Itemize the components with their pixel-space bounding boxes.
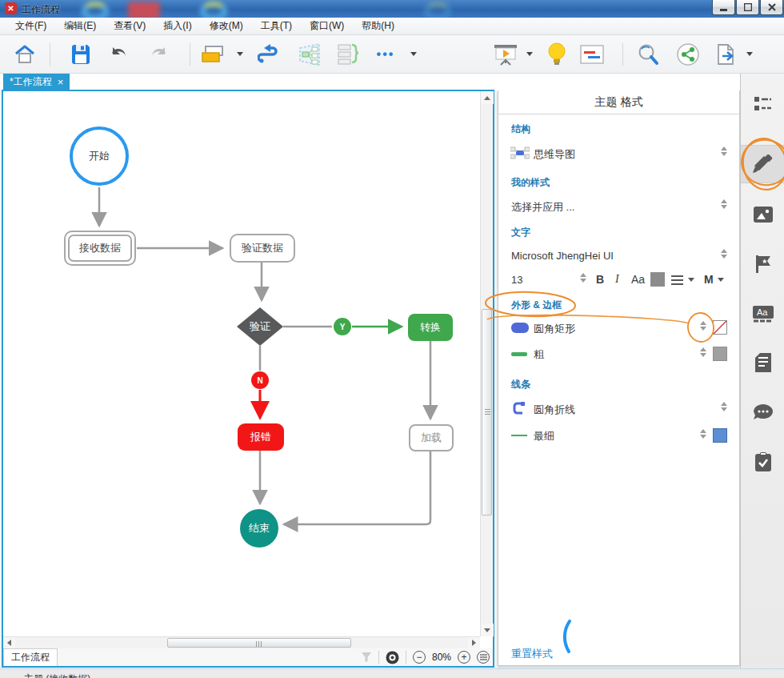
- edge-label-text: N: [257, 376, 262, 385]
- italic-button[interactable]: I: [615, 273, 619, 286]
- vertical-scrollbar[interactable]: [480, 91, 493, 636]
- presentation-icon[interactable]: [493, 42, 518, 67]
- flow-node-error[interactable]: 报错: [238, 423, 284, 451]
- my-styles-value[interactable]: 选择并应用 ...: [511, 200, 574, 215]
- filter-icon[interactable]: [361, 652, 372, 663]
- tab-workflow[interactable]: *工作流程 ×: [3, 74, 70, 90]
- sidebar-image-button[interactable]: [741, 195, 784, 234]
- menu-edit[interactable]: 编辑(E): [55, 17, 105, 35]
- flow-node-start[interactable]: 开始: [70, 126, 129, 186]
- home-icon[interactable]: [12, 42, 38, 67]
- line-type-value[interactable]: 圆角折线: [534, 403, 575, 417]
- note-card-icon[interactable]: [579, 42, 605, 67]
- lightbulb-icon[interactable]: [544, 42, 570, 67]
- topic-shape-icon[interactable]: [201, 42, 226, 67]
- sheet-tab-workflow[interactable]: 工作流程: [3, 648, 58, 666]
- no-fill-swatch[interactable]: [713, 320, 727, 335]
- export-caret[interactable]: [746, 52, 753, 56]
- svg-text:Aa: Aa: [757, 307, 768, 317]
- structure-spinner[interactable]: [719, 145, 728, 158]
- sidebar-task-button[interactable]: [741, 443, 784, 481]
- line-type-spinner[interactable]: [719, 400, 728, 413]
- flow-node-end[interactable]: 结束: [240, 509, 278, 548]
- menu-help[interactable]: 帮助(H): [353, 17, 403, 35]
- menu-file[interactable]: 文件(F): [6, 17, 55, 35]
- diagram-canvas[interactable]: 开始 接收数据 验证数据 验证 转换 报错 加载 结束 Y N 工作: [2, 90, 494, 668]
- menu-insert[interactable]: 插入(I): [154, 17, 200, 35]
- structure-value[interactable]: 思维导图: [534, 147, 575, 162]
- shape-value[interactable]: 圆角矩形: [534, 322, 575, 336]
- export-icon[interactable]: [714, 42, 739, 67]
- font-size-spinner[interactable]: [578, 271, 587, 284]
- edge-label-no[interactable]: N: [251, 371, 269, 389]
- canvas-menu-button[interactable]: [477, 651, 490, 664]
- node-label: 接收数据: [79, 241, 121, 255]
- sidebar-notes-button[interactable]: [741, 343, 784, 382]
- undo-icon[interactable]: [106, 42, 131, 67]
- share-icon[interactable]: [675, 42, 701, 67]
- shape-spinner[interactable]: [698, 319, 707, 332]
- tab-close-icon[interactable]: ×: [58, 76, 64, 88]
- numbering-button[interactable]: M: [704, 273, 714, 286]
- redo-icon[interactable]: [146, 42, 172, 67]
- menu-modify[interactable]: 修改(M): [201, 17, 252, 35]
- menu-tools[interactable]: 工具(T): [252, 17, 301, 35]
- zoom-in-button[interactable]: +: [458, 651, 470, 664]
- menu-window[interactable]: 窗口(W): [301, 17, 353, 35]
- toolbar-separator: [50, 43, 50, 66]
- line-width-spinner[interactable]: [698, 427, 707, 440]
- scroll-up-icon[interactable]: [481, 91, 494, 104]
- font-case-button[interactable]: Aa: [631, 273, 645, 286]
- boundary-icon[interactable]: [297, 42, 322, 67]
- scroll-right-icon[interactable]: [468, 637, 480, 648]
- canvas-bottom-bar: 工作流程 − 80% +: [3, 648, 493, 666]
- close-button[interactable]: [760, 0, 783, 15]
- zoom-search-icon[interactable]: [635, 42, 661, 67]
- font-name-spinner[interactable]: [719, 247, 728, 260]
- flow-node-load[interactable]: 加载: [409, 424, 454, 451]
- presentation-caret[interactable]: [526, 52, 533, 56]
- visibility-eye-icon[interactable]: [386, 651, 399, 664]
- flow-node-receive-data[interactable]: 接收数据: [64, 231, 136, 266]
- border-width-spinner[interactable]: [698, 346, 707, 359]
- scroll-down-icon[interactable]: [481, 624, 494, 636]
- node-label: 验证数据: [242, 241, 283, 255]
- save-icon[interactable]: [68, 42, 94, 67]
- align-caret[interactable]: [688, 278, 694, 282]
- horizontal-scroll-thumb[interactable]: [167, 638, 351, 648]
- line-color-swatch[interactable]: [713, 428, 727, 443]
- vertical-scroll-thumb[interactable]: [482, 309, 492, 516]
- more-icon[interactable]: •••: [373, 42, 398, 67]
- summary-icon[interactable]: [335, 42, 361, 67]
- menu-view[interactable]: 查看(V): [105, 17, 154, 35]
- reset-style-link[interactable]: 重置样式: [511, 647, 553, 661]
- font-color-swatch[interactable]: [650, 272, 665, 287]
- border-color-swatch[interactable]: [713, 347, 727, 361]
- sidebar-label-button[interactable]: Aa: [741, 295, 784, 334]
- horizontal-scrollbar[interactable]: [3, 636, 480, 648]
- sidebar-marker-button[interactable]: [741, 245, 784, 283]
- font-name-value[interactable]: Microsoft JhengHei UI: [511, 250, 614, 262]
- border-width-value[interactable]: 粗: [534, 347, 544, 362]
- relationship-icon[interactable]: [258, 42, 283, 67]
- scroll-left-icon[interactable]: [3, 637, 15, 648]
- numbering-caret[interactable]: [718, 278, 724, 282]
- topic-shape-caret[interactable]: [237, 52, 243, 56]
- sidebar-comments-button[interactable]: [741, 393, 784, 431]
- flow-node-validate-data[interactable]: 验证数据: [230, 234, 295, 263]
- sidebar-format-brush-button[interactable]: [741, 145, 784, 183]
- zoom-out-button[interactable]: −: [413, 651, 426, 664]
- maximize-button[interactable]: [736, 0, 759, 15]
- align-icon[interactable]: [671, 275, 683, 285]
- edge-label-yes[interactable]: Y: [334, 318, 351, 335]
- my-styles-spinner[interactable]: [719, 198, 728, 211]
- font-size-value[interactable]: 13: [511, 274, 522, 286]
- bold-button[interactable]: B: [596, 273, 604, 286]
- sidebar-outline-button[interactable]: [741, 85, 784, 123]
- minimize-button[interactable]: [712, 0, 735, 15]
- flow-node-convert[interactable]: 转换: [408, 314, 453, 341]
- section-shape-border: 外形 & 边框: [511, 299, 562, 312]
- line-width-value[interactable]: 最细: [534, 429, 554, 443]
- more-caret[interactable]: [410, 52, 417, 56]
- diagram-area[interactable]: 开始 接收数据 验证数据 验证 转换 报错 加载 结束 Y N: [3, 91, 480, 636]
